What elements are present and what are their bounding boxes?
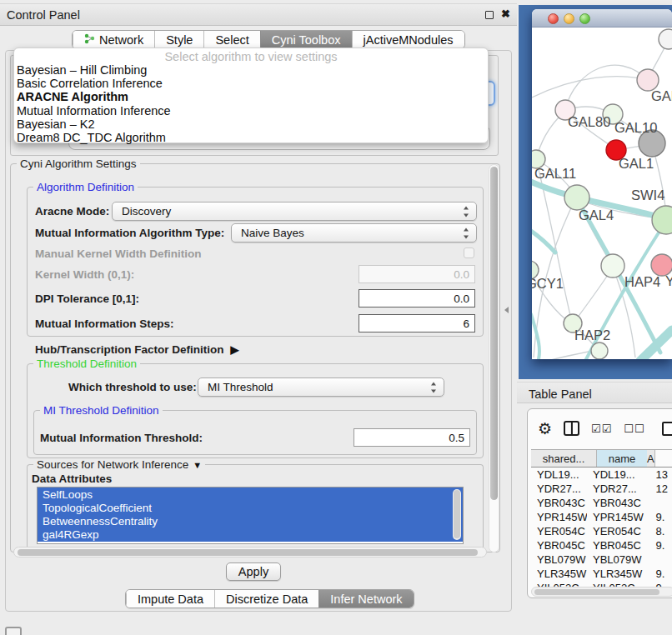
apply-button[interactable]: Apply: [226, 562, 281, 581]
attribute-item-selected[interactable]: gal4RGexp: [38, 528, 463, 542]
settings-horizontal-scrollbar-thumb[interactable]: [18, 549, 478, 556]
network-node[interactable]: [564, 185, 589, 210]
cell-name: YPR145W: [587, 510, 650, 524]
expand-right-icon[interactable]: ▶: [231, 343, 239, 356]
network-node-label: Y: [665, 273, 672, 288]
attribute-item-selected[interactable]: BetweennessCentrality: [38, 514, 463, 528]
deselect-all-columns-icon[interactable]: ☐☐: [624, 422, 644, 435]
collapse-down-icon[interactable]: ▼: [193, 460, 202, 470]
table-row[interactable]: YBR045C YBR045C 9.: [531, 538, 672, 552]
close-panel-icon[interactable]: ✖: [501, 8, 510, 20]
attribute-item-selected[interactable]: TopologicalCoefficient: [38, 501, 463, 514]
dropdown-item[interactable]: Mutual Information Inference: [14, 104, 488, 118]
table-row[interactable]: YER054C YER054C 8.: [531, 524, 672, 538]
table-horizontal-scrollbar[interactable]: [531, 587, 672, 597]
minimize-window-icon[interactable]: [564, 13, 574, 24]
network-edge[interactable]: [565, 65, 648, 109]
cell-name: YBR045C: [587, 538, 650, 552]
dropdown-item[interactable]: Dream8 DC_TDC Algorithm: [14, 131, 488, 144]
settings-horizontal-scrollbar[interactable]: [13, 547, 487, 558]
attribute-items: SelfLoops TopologicalCoefficient Between…: [38, 488, 463, 542]
which-threshold-label: Which threshold to use:: [68, 381, 197, 393]
dpi-tolerance-field[interactable]: 0.0: [359, 289, 475, 308]
kernel-width-field[interactable]: 0.0: [359, 265, 475, 283]
control-panel-tab[interactable]: Network: [73, 31, 154, 48]
attribute-item-selected[interactable]: SelfLoops: [38, 488, 463, 501]
sources-group-title[interactable]: Sources for Network Inference▼: [33, 458, 205, 471]
network-edge-highlighted[interactable]: [532, 314, 539, 359]
network-edge-highlighted[interactable]: [640, 330, 672, 359]
table-column-header[interactable]: name: [597, 450, 647, 467]
table-horizontal-scrollbar-thumb[interactable]: [534, 589, 659, 595]
cell-shared-name: YPR145W: [531, 510, 587, 524]
control-panel-tab[interactable]: Cyni Toolbox: [260, 31, 352, 48]
manual-kernel-checkbox[interactable]: [464, 248, 474, 258]
node-table-panel: ⚙ ☑☑ ☐☐ shared... name A: [527, 408, 672, 598]
table-row[interactable]: YBR043C YBR043C: [531, 496, 672, 510]
network-node[interactable]: [601, 254, 624, 278]
settings-scrollbar-thumb[interactable]: [490, 167, 498, 500]
table-row[interactable]: YDR27... YDR27... 12: [531, 482, 672, 496]
table-column-header[interactable]: shared...: [531, 450, 597, 467]
attribute-list-scrollbar-thumb[interactable]: [454, 490, 460, 538]
cell-value: 9.: [650, 538, 672, 552]
columns-icon[interactable]: [564, 421, 579, 436]
mi-threshold-field[interactable]: 0.5: [354, 428, 470, 447]
attribute-list-scrollbar[interactable]: [453, 489, 461, 540]
select-all-columns-icon[interactable]: ☑☑: [591, 422, 612, 435]
table-row[interactable]: YPR145W YPR145W 9.: [531, 510, 672, 524]
network-canvas[interactable]: GALGAL80GAL10GAL1GAL11SWI4GAL4GCY1HAP4YH…: [532, 28, 672, 359]
control-panel-tab[interactable]: Style: [154, 31, 203, 48]
hub-definition-toggle[interactable]: Hub/Transcription Factor Definition▶: [35, 343, 239, 356]
algorithm-definition-title: Algorithm Definition: [33, 181, 138, 193]
attribute-item-label: gal4RGexp: [43, 528, 99, 541]
data-attributes-list[interactable]: SelfLoops TopologicalCoefficient Between…: [37, 487, 464, 544]
network-edge[interactable]: [532, 77, 647, 98]
dropdown-item[interactable]: Bayesian – K2: [14, 118, 488, 131]
table-row[interactable]: YBL079W YBL079W: [531, 552, 672, 567]
network-edge[interactable]: [534, 351, 594, 359]
tab-label: Select: [215, 33, 248, 47]
which-threshold-combo[interactable]: MI Threshold: [198, 378, 444, 397]
zoom-window-icon[interactable]: [579, 13, 590, 24]
cell-name: YBR043C: [587, 496, 650, 510]
table-panel: Table Panel ⚙ ☑☑ ☐☐ shared... name: [517, 379, 672, 635]
network-node[interactable]: [659, 29, 672, 49]
close-window-icon[interactable]: [548, 13, 559, 24]
dropdown-item[interactable]: Bayesian – Hill Climbing: [14, 63, 488, 77]
control-panel-tab[interactable]: jActiveMNodules: [352, 31, 464, 48]
cyni-bottom-tab[interactable]: Infer Network: [318, 590, 413, 608]
minimized-panel-icon[interactable]: [5, 627, 22, 635]
dropdown-item-label: Bayesian – K2: [17, 118, 95, 131]
aracne-mode-label: Aracne Mode:: [35, 205, 109, 218]
settings-scrollbar[interactable]: [489, 164, 499, 552]
kernel-width-value: 0.0: [454, 268, 469, 281]
network-node[interactable]: [591, 342, 608, 359]
table-column-header[interactable]: A: [647, 450, 655, 467]
tab-label: Cyni Toolbox: [272, 33, 341, 47]
mi-threshold-group-title: MI Threshold Definition: [40, 404, 163, 417]
table-panel-title: Table Panel: [529, 388, 592, 401]
float-window-icon[interactable]: [485, 11, 494, 19]
cell-shared-name: YBR043C: [531, 496, 587, 510]
network-window-titlebar[interactable]: [532, 9, 672, 28]
aracne-mode-combo[interactable]: Discovery: [112, 202, 477, 221]
cell-value: 9.: [650, 567, 672, 581]
splitter-collapse-icon[interactable]: [504, 307, 509, 313]
table-row[interactable]: YLR345W YLR345W 9.: [531, 567, 672, 581]
gear-icon[interactable]: ⚙: [538, 421, 552, 437]
table-row[interactable]: YDL19... YDL19... 13: [531, 468, 672, 482]
control-panel-tab[interactable]: Select: [203, 31, 259, 48]
mi-type-combo[interactable]: Naive Bayes: [231, 223, 477, 242]
network-node[interactable]: [652, 206, 672, 234]
cell-name: YER054C: [587, 524, 650, 538]
dropdown-item[interactable]: ARACNE Algorithm: [14, 90, 488, 103]
dropdown-item[interactable]: Basic Correlation Inference: [14, 77, 488, 90]
cell-shared-name: YLR345W: [531, 567, 587, 581]
cyni-bottom-tab[interactable]: Impute Data: [126, 590, 214, 608]
control-panel-titlebar: Control Panel ✖: [0, 3, 517, 26]
cyni-bottom-tab[interactable]: Discretize Data: [214, 590, 318, 608]
network-node-label: GAL1: [619, 156, 654, 171]
export-table-icon[interactable]: [662, 422, 672, 436]
mi-steps-field[interactable]: 6: [359, 314, 475, 332]
